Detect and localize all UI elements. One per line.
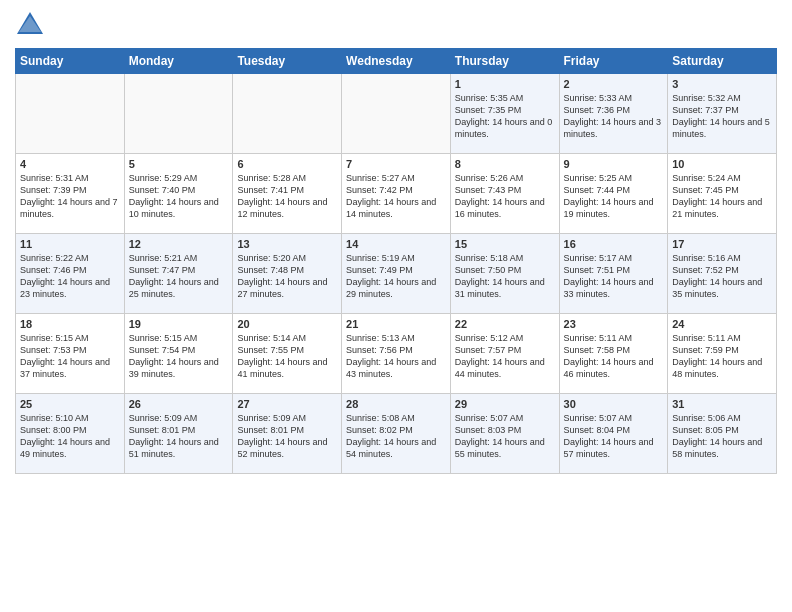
day-number: 15 bbox=[455, 238, 555, 250]
day-number: 2 bbox=[564, 78, 664, 90]
day-info: Sunrise: 5:17 AM Sunset: 7:51 PM Dayligh… bbox=[564, 252, 664, 301]
day-info: Sunrise: 5:19 AM Sunset: 7:49 PM Dayligh… bbox=[346, 252, 446, 301]
calendar-cell: 2Sunrise: 5:33 AM Sunset: 7:36 PM Daylig… bbox=[559, 74, 668, 154]
calendar-cell: 17Sunrise: 5:16 AM Sunset: 7:52 PM Dayli… bbox=[668, 234, 777, 314]
day-info: Sunrise: 5:18 AM Sunset: 7:50 PM Dayligh… bbox=[455, 252, 555, 301]
day-info: Sunrise: 5:11 AM Sunset: 7:59 PM Dayligh… bbox=[672, 332, 772, 381]
header bbox=[15, 10, 777, 40]
logo-icon bbox=[15, 10, 45, 40]
calendar-cell: 9Sunrise: 5:25 AM Sunset: 7:44 PM Daylig… bbox=[559, 154, 668, 234]
day-number: 9 bbox=[564, 158, 664, 170]
day-info: Sunrise: 5:10 AM Sunset: 8:00 PM Dayligh… bbox=[20, 412, 120, 461]
calendar-cell: 10Sunrise: 5:24 AM Sunset: 7:45 PM Dayli… bbox=[668, 154, 777, 234]
calendar-cell: 6Sunrise: 5:28 AM Sunset: 7:41 PM Daylig… bbox=[233, 154, 342, 234]
day-info: Sunrise: 5:06 AM Sunset: 8:05 PM Dayligh… bbox=[672, 412, 772, 461]
page-container: SundayMondayTuesdayWednesdayThursdayFrid… bbox=[0, 0, 792, 484]
day-number: 31 bbox=[672, 398, 772, 410]
calendar-cell: 3Sunrise: 5:32 AM Sunset: 7:37 PM Daylig… bbox=[668, 74, 777, 154]
day-info: Sunrise: 5:33 AM Sunset: 7:36 PM Dayligh… bbox=[564, 92, 664, 141]
day-info: Sunrise: 5:32 AM Sunset: 7:37 PM Dayligh… bbox=[672, 92, 772, 141]
day-info: Sunrise: 5:15 AM Sunset: 7:54 PM Dayligh… bbox=[129, 332, 229, 381]
day-number: 16 bbox=[564, 238, 664, 250]
calendar-week-row: 11Sunrise: 5:22 AM Sunset: 7:46 PM Dayli… bbox=[16, 234, 777, 314]
calendar-cell: 15Sunrise: 5:18 AM Sunset: 7:50 PM Dayli… bbox=[450, 234, 559, 314]
day-number: 29 bbox=[455, 398, 555, 410]
column-header-thursday: Thursday bbox=[450, 49, 559, 74]
calendar-cell: 24Sunrise: 5:11 AM Sunset: 7:59 PM Dayli… bbox=[668, 314, 777, 394]
calendar-cell bbox=[16, 74, 125, 154]
column-header-monday: Monday bbox=[124, 49, 233, 74]
day-number: 5 bbox=[129, 158, 229, 170]
day-number: 13 bbox=[237, 238, 337, 250]
calendar-cell: 16Sunrise: 5:17 AM Sunset: 7:51 PM Dayli… bbox=[559, 234, 668, 314]
calendar-cell: 29Sunrise: 5:07 AM Sunset: 8:03 PM Dayli… bbox=[450, 394, 559, 474]
day-info: Sunrise: 5:15 AM Sunset: 7:53 PM Dayligh… bbox=[20, 332, 120, 381]
day-number: 3 bbox=[672, 78, 772, 90]
calendar-cell bbox=[124, 74, 233, 154]
calendar-cell: 19Sunrise: 5:15 AM Sunset: 7:54 PM Dayli… bbox=[124, 314, 233, 394]
calendar-cell: 31Sunrise: 5:06 AM Sunset: 8:05 PM Dayli… bbox=[668, 394, 777, 474]
day-number: 22 bbox=[455, 318, 555, 330]
day-info: Sunrise: 5:08 AM Sunset: 8:02 PM Dayligh… bbox=[346, 412, 446, 461]
calendar-week-row: 18Sunrise: 5:15 AM Sunset: 7:53 PM Dayli… bbox=[16, 314, 777, 394]
day-number: 30 bbox=[564, 398, 664, 410]
day-info: Sunrise: 5:22 AM Sunset: 7:46 PM Dayligh… bbox=[20, 252, 120, 301]
calendar-cell: 5Sunrise: 5:29 AM Sunset: 7:40 PM Daylig… bbox=[124, 154, 233, 234]
day-number: 10 bbox=[672, 158, 772, 170]
calendar-cell: 23Sunrise: 5:11 AM Sunset: 7:58 PM Dayli… bbox=[559, 314, 668, 394]
column-header-sunday: Sunday bbox=[16, 49, 125, 74]
day-info: Sunrise: 5:27 AM Sunset: 7:42 PM Dayligh… bbox=[346, 172, 446, 221]
calendar-cell: 21Sunrise: 5:13 AM Sunset: 7:56 PM Dayli… bbox=[342, 314, 451, 394]
day-info: Sunrise: 5:14 AM Sunset: 7:55 PM Dayligh… bbox=[237, 332, 337, 381]
calendar-cell bbox=[342, 74, 451, 154]
day-info: Sunrise: 5:25 AM Sunset: 7:44 PM Dayligh… bbox=[564, 172, 664, 221]
day-number: 14 bbox=[346, 238, 446, 250]
day-info: Sunrise: 5:07 AM Sunset: 8:04 PM Dayligh… bbox=[564, 412, 664, 461]
day-info: Sunrise: 5:09 AM Sunset: 8:01 PM Dayligh… bbox=[237, 412, 337, 461]
day-number: 19 bbox=[129, 318, 229, 330]
calendar-cell: 30Sunrise: 5:07 AM Sunset: 8:04 PM Dayli… bbox=[559, 394, 668, 474]
day-info: Sunrise: 5:13 AM Sunset: 7:56 PM Dayligh… bbox=[346, 332, 446, 381]
calendar-cell: 12Sunrise: 5:21 AM Sunset: 7:47 PM Dayli… bbox=[124, 234, 233, 314]
calendar-cell: 25Sunrise: 5:10 AM Sunset: 8:00 PM Dayli… bbox=[16, 394, 125, 474]
day-info: Sunrise: 5:31 AM Sunset: 7:39 PM Dayligh… bbox=[20, 172, 120, 221]
calendar-cell: 8Sunrise: 5:26 AM Sunset: 7:43 PM Daylig… bbox=[450, 154, 559, 234]
column-header-tuesday: Tuesday bbox=[233, 49, 342, 74]
day-number: 23 bbox=[564, 318, 664, 330]
day-info: Sunrise: 5:28 AM Sunset: 7:41 PM Dayligh… bbox=[237, 172, 337, 221]
day-info: Sunrise: 5:16 AM Sunset: 7:52 PM Dayligh… bbox=[672, 252, 772, 301]
calendar-cell: 13Sunrise: 5:20 AM Sunset: 7:48 PM Dayli… bbox=[233, 234, 342, 314]
calendar-cell: 26Sunrise: 5:09 AM Sunset: 8:01 PM Dayli… bbox=[124, 394, 233, 474]
calendar-cell bbox=[233, 74, 342, 154]
day-info: Sunrise: 5:35 AM Sunset: 7:35 PM Dayligh… bbox=[455, 92, 555, 141]
day-number: 27 bbox=[237, 398, 337, 410]
calendar-week-row: 4Sunrise: 5:31 AM Sunset: 7:39 PM Daylig… bbox=[16, 154, 777, 234]
day-number: 11 bbox=[20, 238, 120, 250]
calendar-cell: 4Sunrise: 5:31 AM Sunset: 7:39 PM Daylig… bbox=[16, 154, 125, 234]
day-info: Sunrise: 5:09 AM Sunset: 8:01 PM Dayligh… bbox=[129, 412, 229, 461]
calendar-cell: 14Sunrise: 5:19 AM Sunset: 7:49 PM Dayli… bbox=[342, 234, 451, 314]
day-info: Sunrise: 5:11 AM Sunset: 7:58 PM Dayligh… bbox=[564, 332, 664, 381]
day-number: 26 bbox=[129, 398, 229, 410]
svg-marker-1 bbox=[19, 16, 41, 32]
day-number: 21 bbox=[346, 318, 446, 330]
day-number: 18 bbox=[20, 318, 120, 330]
calendar-week-row: 1Sunrise: 5:35 AM Sunset: 7:35 PM Daylig… bbox=[16, 74, 777, 154]
calendar-cell: 27Sunrise: 5:09 AM Sunset: 8:01 PM Dayli… bbox=[233, 394, 342, 474]
calendar-cell: 11Sunrise: 5:22 AM Sunset: 7:46 PM Dayli… bbox=[16, 234, 125, 314]
calendar-cell: 7Sunrise: 5:27 AM Sunset: 7:42 PM Daylig… bbox=[342, 154, 451, 234]
calendar-cell: 22Sunrise: 5:12 AM Sunset: 7:57 PM Dayli… bbox=[450, 314, 559, 394]
day-info: Sunrise: 5:07 AM Sunset: 8:03 PM Dayligh… bbox=[455, 412, 555, 461]
day-info: Sunrise: 5:20 AM Sunset: 7:48 PM Dayligh… bbox=[237, 252, 337, 301]
day-number: 12 bbox=[129, 238, 229, 250]
day-number: 25 bbox=[20, 398, 120, 410]
day-number: 20 bbox=[237, 318, 337, 330]
column-header-friday: Friday bbox=[559, 49, 668, 74]
day-info: Sunrise: 5:24 AM Sunset: 7:45 PM Dayligh… bbox=[672, 172, 772, 221]
calendar-table: SundayMondayTuesdayWednesdayThursdayFrid… bbox=[15, 48, 777, 474]
day-number: 7 bbox=[346, 158, 446, 170]
day-number: 8 bbox=[455, 158, 555, 170]
calendar-cell: 1Sunrise: 5:35 AM Sunset: 7:35 PM Daylig… bbox=[450, 74, 559, 154]
column-header-wednesday: Wednesday bbox=[342, 49, 451, 74]
day-number: 28 bbox=[346, 398, 446, 410]
